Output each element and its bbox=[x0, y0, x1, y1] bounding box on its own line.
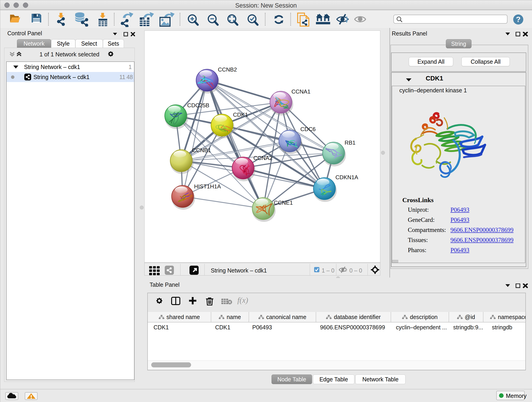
svg-text:CDC6: CDC6 bbox=[300, 126, 316, 132]
svg-text:CCNA2: CCNA2 bbox=[253, 155, 272, 161]
svg-text:CDK1: CDK1 bbox=[233, 112, 248, 118]
svg-text:CCNB1: CCNB1 bbox=[192, 147, 211, 153]
svg-text:CCNA1: CCNA1 bbox=[291, 89, 310, 95]
svg-text:CCNE1: CCNE1 bbox=[274, 200, 293, 206]
svg-text:HIST1H1A: HIST1H1A bbox=[194, 183, 221, 190]
svg-text:CCNB2: CCNB2 bbox=[218, 66, 237, 73]
svg-text:CDKN1A: CDKN1A bbox=[336, 174, 358, 180]
svg-text:CDC25B: CDC25B bbox=[187, 102, 209, 108]
svg-text:RB1: RB1 bbox=[345, 140, 355, 146]
